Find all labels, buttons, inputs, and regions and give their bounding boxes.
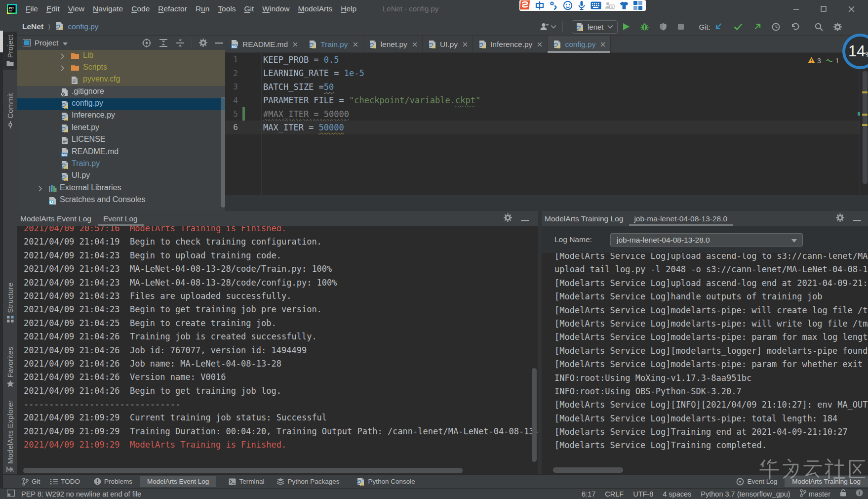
expand-all-button[interactable] [159,39,168,47]
ime-keyboard-icon[interactable] [590,0,602,10]
editor-tab-ui.py[interactable]: UI.py [423,36,473,53]
tree-item-lib[interactable]: Lib [17,50,225,62]
code-line-2[interactable]: 2LEARNING_RATE = 1e-5 [225,67,860,80]
gear-icon[interactable] [836,213,844,224]
ime-chinese-mode-icon[interactable] [534,0,546,10]
ime-profile-icon[interactable] [604,0,616,10]
ime-skin-icon[interactable] [618,0,630,10]
ime-emoji-icon[interactable] [562,0,574,10]
tool-window-switcher-icon[interactable] [7,490,15,499]
stripe-button-favorites[interactable]: Favorites [3,347,17,387]
event-log-title[interactable]: ModelArts Event Log [20,214,91,223]
maximize-button[interactable] [810,0,837,18]
locate-file-button[interactable] [142,39,151,47]
hide-panel-icon[interactable] [521,214,529,223]
menu-navigate[interactable]: Navigate [93,4,123,13]
lock-icon[interactable] [840,489,846,499]
code-line-1[interactable]: 1KEEP_PROB = 0.5 [225,53,860,66]
event-log-hscrollbar[interactable] [23,468,463,473]
close-icon[interactable] [463,41,468,48]
chevron-down-icon[interactable] [63,39,68,47]
rollback-button[interactable] [789,20,801,33]
settings-button[interactable] [832,20,843,33]
menu-tools[interactable]: Tools [218,4,236,13]
menu-help[interactable]: Help [341,4,356,13]
chevron-down-icon[interactable] [551,25,556,29]
hide-panel-icon[interactable] [853,214,861,223]
git-push-button[interactable] [751,20,763,33]
ime-punctuation-icon[interactable] [548,0,559,10]
stripe-change-mark[interactable] [858,112,860,116]
tool-window-button-problems[interactable]: Problems [94,476,132,487]
menu-run[interactable]: Run [196,4,209,13]
breadcrumb-project[interactable]: LeNet [22,22,43,31]
line-ending[interactable]: CRLF [605,490,624,498]
hide-panel-icon[interactable] [215,42,223,44]
minimize-button[interactable] [782,0,810,18]
gear-icon[interactable] [199,39,207,47]
training-log-console[interactable]: [ModelArts Service Log]upload ascend-log… [542,253,868,474]
tree-item-.gitignore[interactable]: .gitignore [17,86,225,98]
tree-item-external-libraries[interactable]: External Libraries [17,182,225,194]
panel-splitter[interactable] [538,211,542,474]
menu-refactor[interactable]: Refactor [158,4,187,13]
event-log-vscrollbar[interactable] [532,368,537,462]
tree-item-inference.py[interactable]: Inference.py [17,110,225,122]
history-button[interactable] [770,20,782,33]
tree-item-train.py[interactable]: Train.py [17,159,225,170]
editor-tab-train.py[interactable]: Train.py [303,36,363,53]
training-log-hscrollbar[interactable] [553,467,623,473]
stripe-warning-mark[interactable] [862,91,868,93]
close-icon[interactable] [293,41,298,48]
indent-style[interactable]: 4 spaces [663,490,691,498]
git-branch-widget[interactable]: master [800,489,830,499]
collapse-all-button[interactable] [176,40,185,46]
stripe-warning-mark[interactable] [862,114,868,116]
tree-item-pyvenv.cfg[interactable]: pyvenv.cfg [17,74,225,86]
tree-item-lenet.py[interactable]: lenet.py [17,122,225,134]
chevron-right-icon[interactable] [60,52,65,61]
tool-window-button-python-packages[interactable]: Python Packages [276,476,339,487]
run-configuration-selector[interactable]: lenet [572,20,618,34]
menu-window[interactable]: Window [262,4,289,13]
inspections-widget[interactable]: 3 1 [808,57,839,65]
close-icon[interactable] [537,41,542,48]
gear-icon[interactable] [504,213,512,224]
code-editor[interactable]: 1KEEP_PROB = 0.52LEARNING_RATE = 1e-53BA… [225,53,868,195]
close-icon[interactable] [353,41,358,48]
event-log-console[interactable]: 2021/04/09 20:57:16 ModelArts Training i… [17,226,538,474]
caret-position[interactable]: 6:17 [582,490,595,498]
tool-window-button-terminal[interactable]: Terminal [229,476,264,487]
close-icon[interactable] [412,41,417,48]
ime-microphone-icon[interactable] [576,0,588,10]
code-line-3[interactable]: 3BATCH_SIZE =50 [225,80,860,93]
menu-edit[interactable]: Edit [46,4,60,13]
tool-window-button-todo[interactable]: TODO [50,476,80,487]
project-header-title[interactable]: Project [35,39,58,47]
search-everywhere-button[interactable] [813,20,825,33]
git-update-button[interactable] [713,20,725,33]
tool-window-button-python-console[interactable]: Python Console [356,476,415,487]
editor-scrollbar[interactable] [863,71,868,184]
editor-tab-inference.py[interactable]: Inference.py [473,36,548,53]
notifications-icon[interactable] [856,489,863,499]
tree-item-ui.py[interactable]: UI.py [17,170,225,182]
menu-modelarts[interactable]: ModelArts [298,4,332,13]
ime-sogou-logo-icon[interactable] [519,0,531,10]
code-line-4[interactable]: 4PARAMETER_FILE = "checkpoint/variable.c… [225,94,860,107]
tree-item-scripts[interactable]: Scripts [17,62,225,74]
log-name-combobox[interactable]: job-ma-lenet-04-08-13-28.0 [610,233,803,247]
stripe-button-structure[interactable]: Structure [3,283,17,323]
ime-toolbox-icon[interactable] [632,0,644,10]
chevron-right-icon[interactable] [38,185,42,194]
file-encoding[interactable]: UTF-8 [633,490,653,498]
code-line-6[interactable]: 6MAX_ITER = 50000 [225,121,860,134]
git-commit-button[interactable] [732,20,744,33]
stop-button[interactable] [676,20,686,33]
editor-tab-readme.md[interactable]: MDREADME.md [225,36,303,53]
training-log-tab[interactable]: job-ma-lenet-04-08-13-28.0 [634,211,727,226]
chevron-right-icon[interactable] [60,64,65,73]
tool-window-button-modelarts-event-log[interactable]: ModelArts Event Log [140,476,216,487]
menu-file[interactable]: File [26,4,38,13]
code-line-5[interactable]: 5#MAX_ITER = 50000 [225,107,860,121]
